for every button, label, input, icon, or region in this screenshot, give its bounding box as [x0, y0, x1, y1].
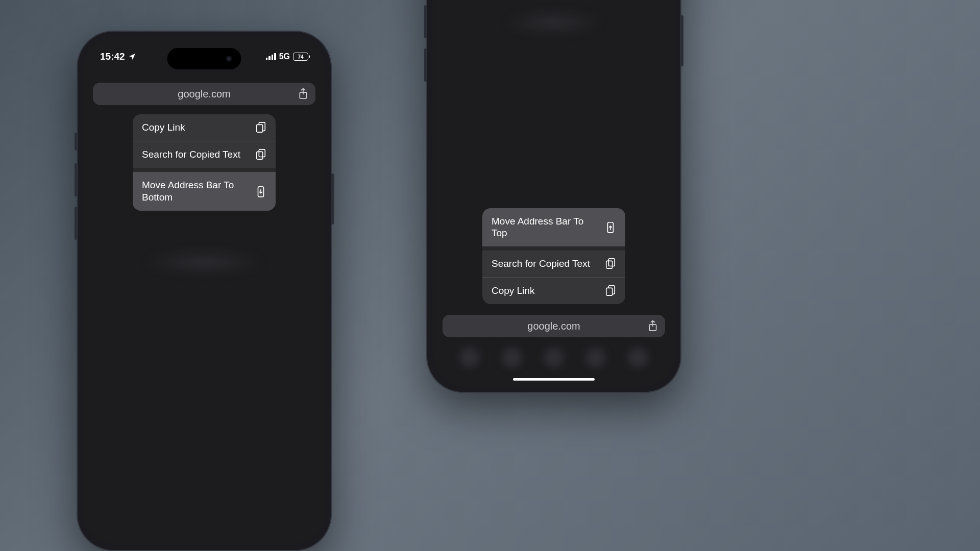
toolbar-share-icon[interactable]	[544, 347, 564, 368]
network-label: 5G	[279, 52, 290, 61]
toolbar-tabs-icon[interactable]	[628, 347, 648, 368]
battery-level: 74	[298, 54, 303, 60]
clipboard-search-icon	[255, 148, 266, 161]
context-menu: Copy Link Search for Copied Text Move Ad…	[133, 114, 276, 211]
cellular-signal-icon	[266, 53, 276, 60]
toolbar-back-icon[interactable]	[459, 347, 480, 368]
status-time: 15:42	[100, 51, 125, 62]
phone-arrow-down-icon	[255, 185, 266, 197]
menu-search-copied[interactable]: Search for Copied Text	[133, 141, 276, 168]
screen-left: 15:42 5G 74 google.com	[84, 38, 325, 544]
dynamic-island[interactable]	[167, 48, 241, 69]
volume-down-button[interactable]	[424, 48, 427, 82]
address-bar[interactable]: google.com	[93, 83, 315, 105]
menu-search-copied[interactable]: Search for Copied Text	[482, 251, 625, 277]
svg-rect-2	[257, 152, 263, 159]
menu-separator	[482, 246, 625, 251]
svg-rect-7	[608, 259, 615, 266]
svg-rect-1	[257, 124, 263, 132]
menu-item-label: Copy Link	[142, 121, 185, 134]
menu-copy-link[interactable]: Copy Link	[133, 114, 276, 141]
share-icon[interactable]	[648, 320, 658, 332]
volume-down-button[interactable]	[75, 207, 77, 240]
menu-separator	[133, 168, 276, 172]
volume-up-button[interactable]	[75, 163, 77, 196]
location-arrow-icon	[128, 53, 136, 61]
mute-switch[interactable]	[75, 133, 77, 151]
phone-right: Move Address Bar To Top Search for Copie…	[426, 0, 681, 393]
home-indicator[interactable]	[513, 378, 595, 381]
context-menu: Move Address Bar To Top Search for Copie…	[482, 208, 625, 305]
phone-left: 15:42 5G 74 google.com	[77, 31, 332, 551]
menu-move-address-bar[interactable]: Move Address Bar To Top	[482, 208, 625, 247]
power-button[interactable]	[681, 15, 683, 66]
screen-right: Move Address Bar To Top Search for Copie…	[433, 0, 674, 386]
power-button[interactable]	[331, 173, 334, 224]
phone-arrow-up-icon	[605, 221, 616, 233]
address-bar[interactable]: google.com	[443, 315, 665, 337]
clipboard-search-icon	[605, 258, 616, 270]
svg-rect-8	[606, 288, 612, 295]
toolbar-forward-icon[interactable]	[502, 347, 522, 368]
menu-item-label: Search for Copied Text	[142, 148, 240, 161]
url-text: google.com	[178, 88, 230, 100]
blurred-content	[503, 12, 605, 33]
copy-docs-icon	[255, 121, 266, 134]
bottom-toolbar	[449, 345, 659, 370]
svg-rect-6	[606, 261, 612, 268]
blurred-content	[143, 252, 265, 272]
toolbar-bookmarks-icon[interactable]	[585, 347, 606, 368]
share-icon[interactable]	[298, 88, 308, 100]
menu-copy-link[interactable]: Copy Link	[482, 277, 625, 304]
volume-up-button[interactable]	[424, 5, 427, 38]
copy-docs-icon	[605, 285, 616, 297]
url-text: google.com	[527, 320, 580, 332]
battery-icon: 74	[293, 53, 308, 61]
menu-item-label: Move Address Bar To Top	[492, 215, 594, 240]
menu-move-address-bar[interactable]: Move Address Bar To Bottom	[133, 172, 276, 211]
menu-item-label: Search for Copied Text	[492, 258, 590, 270]
menu-item-label: Move Address Bar To Bottom	[142, 179, 244, 204]
menu-item-label: Copy Link	[492, 285, 535, 297]
svg-rect-3	[259, 149, 265, 157]
